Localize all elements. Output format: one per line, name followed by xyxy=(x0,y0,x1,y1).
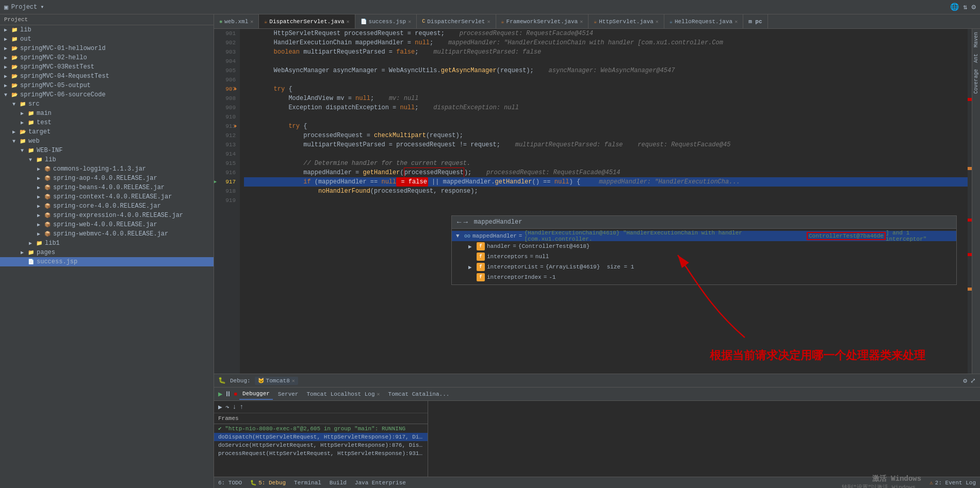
tree-item-out[interactable]: ▶ 📁 out xyxy=(0,35,214,44)
tab-httpservlet[interactable]: ☕ HttpServlet.java ✕ xyxy=(589,14,664,29)
tree-item-webmvc[interactable]: ▶ 📦 spring-webmvc-4.0.0.RELEASE.jar xyxy=(0,229,214,239)
tree-item-core[interactable]: ▶ 📦 spring-core-4.0.0.RELEASE.jar xyxy=(0,201,214,211)
tab-close[interactable]: ✕ xyxy=(580,19,583,25)
tree-label: springMVC-01-helloworld xyxy=(20,45,106,52)
debug-session[interactable]: 🐱 Tomcat8 ✕ xyxy=(255,377,298,385)
var-handler-row[interactable]: ▶ f handler = {ControllerTest@4618} xyxy=(452,241,956,251)
tab-close[interactable]: ✕ xyxy=(250,19,253,25)
tab-icon: ☕ xyxy=(501,19,504,25)
tree-item-target[interactable]: ▶ 📂 target xyxy=(0,127,214,137)
frame-item-doservice[interactable]: doService(HttpServletRequest, HttpServle… xyxy=(214,441,428,449)
tree-item-test[interactable]: ▶ 📁 test xyxy=(0,118,214,127)
var-interceptorlist-row[interactable]: ▶ f interceptorList = {ArrayList@4619} s… xyxy=(452,262,956,272)
code-line-914 xyxy=(244,149,972,159)
ant-tab[interactable]: Ant xyxy=(972,51,980,66)
status-eventlog[interactable]: ⚠ 2: Event Log xyxy=(929,474,976,488)
debug-btn-step-out[interactable]: ↑ xyxy=(239,403,243,411)
dropdown-arrow[interactable]: ▾ xyxy=(40,3,44,11)
tab-tomcat-localhost[interactable]: Tomcat Localhost Log ✕ xyxy=(303,389,383,399)
tab-close[interactable]: ✕ xyxy=(408,19,411,25)
status-java[interactable]: Java Enterprise xyxy=(355,480,406,486)
frame-item-processrequest[interactable]: processRequest(HttpServletRequest, HttpS… xyxy=(214,449,428,458)
var-value: {ControllerTest@4618} xyxy=(518,243,590,249)
maximize-icon[interactable]: ⤢ xyxy=(970,377,976,385)
tab-success-jsp[interactable]: 📄 success.jsp ✕ xyxy=(355,14,417,29)
settings-icon[interactable]: ⚙ xyxy=(963,377,967,385)
tab-label: Tomcat Localhost Log xyxy=(306,391,374,397)
tree-item-mvc02[interactable]: ▶ 📂 springMVC-02-hello xyxy=(0,53,214,62)
tree-item-mvc04[interactable]: ▶ 📂 springMVC-04-RequestTest xyxy=(0,72,214,81)
tab-server[interactable]: Server xyxy=(275,389,302,399)
variables-panel[interactable] xyxy=(428,401,980,477)
debug-btn-step-into[interactable]: ↓ xyxy=(233,403,237,411)
scroll-error-1 xyxy=(968,98,972,101)
code-editor[interactable]: 901 902 903 904 905 906 907 ◆ 908 909 91… xyxy=(214,29,972,374)
status-build[interactable]: Build xyxy=(330,480,347,486)
tree-item-lib[interactable]: ▶ 📁 lib xyxy=(0,25,214,35)
var-main-row[interactable]: ▼ oo mappedHandler = {HandlerExecutionCh… xyxy=(452,231,956,241)
tree-item-mvc06[interactable]: ▼ 📂 springMVC-06-sourceCode xyxy=(0,90,214,99)
debug-stop-btn[interactable]: ■ xyxy=(234,391,237,397)
var-value: {ArrayList@4619} size = 1 xyxy=(546,264,634,270)
tab-close[interactable]: ✕ xyxy=(347,19,350,25)
tree-item-mvc01[interactable]: ▶ 📂 springMVC-01-helloworld xyxy=(0,44,214,53)
scrollbar[interactable] xyxy=(968,29,972,374)
tree-item-context[interactable]: ▶ 📦 spring-context-4.0.0.RELEASE.jar xyxy=(0,192,214,201)
maven-tab[interactable]: Maven xyxy=(972,29,980,51)
tree-item-webinf[interactable]: ▼ 📁 WEB-INF xyxy=(0,146,214,155)
tab-pc[interactable]: m pc xyxy=(743,14,767,29)
tree-label: springMVC-05-output xyxy=(20,82,91,89)
tree-item-mvc03[interactable]: ▶ 📂 springMVC-03RestTest xyxy=(0,62,214,72)
tree-item-success-jsp[interactable]: 📄 success.jsp xyxy=(0,257,214,266)
var-popup-nav[interactable]: ← → xyxy=(457,218,468,226)
settings-icon[interactable]: ⚙ xyxy=(972,3,976,11)
tab-dispatcherservlet[interactable]: ☕ DispatcherServlet.java ✕ xyxy=(259,14,355,29)
globe-icon[interactable]: 🌐 xyxy=(950,3,959,11)
tree-item-aop[interactable]: ▶ 📦 spring-aop-4.0.0.RELEASE.jar xyxy=(0,174,214,183)
tree-item-main[interactable]: ▶ 📁 main xyxy=(0,109,214,118)
tab-frameworkservlet[interactable]: ☕ FrameworkServlet.java ✕ xyxy=(496,14,589,29)
tree-item-beans[interactable]: ▶ 📦 spring-beans-4.0.0.RELEASE.jar xyxy=(0,183,214,192)
tree-item-web2[interactable]: ▶ 📦 spring-web-4.0.0.RELEASE.jar xyxy=(0,220,214,229)
debug-resume-btn[interactable]: ▶ xyxy=(218,390,222,398)
scroll-error-2 xyxy=(968,218,972,222)
tree-item-lib2[interactable]: ▼ 📁 lib xyxy=(0,155,214,164)
status-terminal[interactable]: Terminal xyxy=(294,480,321,486)
tree-item-pages[interactable]: ▶ 📁 pages xyxy=(0,248,214,257)
var-interceptorindex-row[interactable]: f interceptorIndex = -1 xyxy=(452,272,956,282)
frame-item-running[interactable]: ✔ "http-nio-8080-exec-8"@2,605 in group … xyxy=(214,424,428,433)
tab-label: HelloRequest.java xyxy=(675,19,732,25)
debug-btn-step-over[interactable]: ↷ xyxy=(225,403,230,411)
tab-dispatcherservlet-class[interactable]: C DispatcherServlet ✕ xyxy=(417,14,496,29)
debug-session-close[interactable]: ✕ xyxy=(292,378,295,384)
tree-item-expr[interactable]: ▶ 📦 spring-expression-4.0.0.RELEASE.jar xyxy=(0,211,214,220)
arrows-icon[interactable]: ⇅ xyxy=(963,3,967,11)
tree-item-mvc05[interactable]: ▶ 📂 springMVC-05-output xyxy=(0,81,214,90)
tree-label: commons-logging-1.1.3.jar xyxy=(53,165,146,173)
nav-forward-icon[interactable]: → xyxy=(463,218,467,226)
tab-hellorequest[interactable]: ☕ HelloRequest.java ✕ xyxy=(664,14,743,29)
status-label: 5: Debug xyxy=(258,480,286,486)
status-todo[interactable]: 6: TODO xyxy=(218,480,242,486)
tree-item-web[interactable]: ▼ 📁 web xyxy=(0,137,214,146)
tab-close[interactable]: ✕ xyxy=(656,19,659,25)
tab-close[interactable]: ✕ xyxy=(377,391,380,397)
tab-debugger[interactable]: Debugger xyxy=(239,389,273,400)
project-tree[interactable]: ▶ 📁 lib ▶ 📁 out ▶ 📂 springMVC-01-hellowo… xyxy=(0,25,214,488)
tab-close[interactable]: ✕ xyxy=(487,19,490,25)
tab-close[interactable]: ✕ xyxy=(734,19,738,25)
debug-btn-resume[interactable]: ▶ xyxy=(218,403,222,411)
frames-panel: ▶ ↷ ↓ ↑ Frames ✔ "http-nio-8080-exec-8"@… xyxy=(214,401,428,477)
var-interceptors-row[interactable]: f interceptors = null xyxy=(452,251,956,262)
tree-item-lib1[interactable]: ▶ 📁 lib1 xyxy=(0,239,214,248)
code-content[interactable]: HttpServletRequest processedRequest = re… xyxy=(240,29,972,374)
coverage-tab[interactable]: Coverage xyxy=(972,66,980,97)
debug-pause-btn[interactable]: ⏸ xyxy=(224,390,232,398)
tree-item-src[interactable]: ▼ 📁 src xyxy=(0,99,214,109)
nav-back-icon[interactable]: ← xyxy=(457,218,461,226)
tab-tomcat-catalina[interactable]: Tomcat Catalina... xyxy=(385,389,453,399)
status-debug[interactable]: 🐛 5: Debug xyxy=(250,480,286,486)
tree-item-commons[interactable]: ▶ 📦 commons-logging-1.1.3.jar xyxy=(0,164,214,174)
frame-item-dodispatch[interactable]: doDispatch(HttpServletRequest, HttpServl… xyxy=(214,433,428,441)
tab-webxml[interactable]: ✱ web.xml ✕ xyxy=(214,14,259,29)
